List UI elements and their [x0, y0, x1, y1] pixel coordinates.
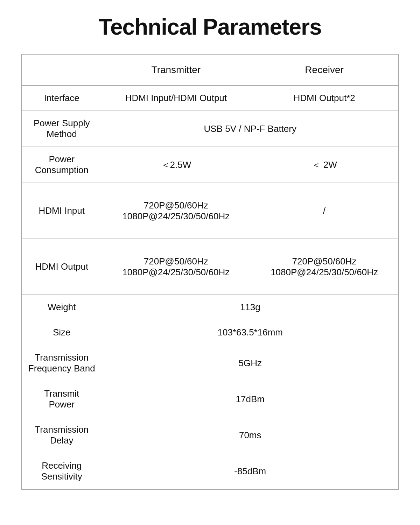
row-value-size: 103*63.5*16mm [102, 320, 399, 345]
table-row-transmission-frequency: TransmissionFrequency Band5GHz [21, 345, 399, 381]
row-value-power-supply: USB 5V / NP-F Battery [102, 111, 399, 147]
row-label-interface: Interface [21, 86, 102, 111]
row-transmitter-hdmi-output: 720P@50/60Hz1080P@24/25/30/50/60Hz [102, 239, 250, 295]
row-label-power-supply: Power SupplyMethod [21, 111, 102, 147]
header-receiver: Receiver [250, 54, 399, 86]
row-label-receiving-sensitivity: ReceivingSensitivity [21, 453, 102, 490]
table-row-hdmi-input: HDMI Input720P@50/60Hz1080P@24/25/30/50/… [21, 183, 399, 239]
row-label-transmission-frequency: TransmissionFrequency Band [21, 345, 102, 381]
table-row-power-supply: Power SupplyMethodUSB 5V / NP-F Battery [21, 111, 399, 147]
row-receiver-hdmi-input: / [250, 183, 399, 239]
page-title: Technical Parameters [99, 14, 322, 40]
table-row-weight: Weight113g [21, 295, 399, 320]
table-row-transmit-power: TransmitPower17dBm [21, 381, 399, 417]
row-transmitter-power-consumption: ＜2.5W [102, 147, 250, 183]
row-value-transmission-delay: 70ms [102, 417, 399, 453]
technical-parameters-table: Transmitter Receiver InterfaceHDMI Input… [21, 54, 399, 490]
row-label-weight: Weight [21, 295, 102, 320]
row-label-transmission-delay: TransmissionDelay [21, 417, 102, 453]
table-row-hdmi-output: HDMI Output720P@50/60Hz1080P@24/25/30/50… [21, 239, 399, 295]
row-value-transmission-frequency: 5GHz [102, 345, 399, 381]
table-row-size: Size103*63.5*16mm [21, 320, 399, 345]
table-row-transmission-delay: TransmissionDelay70ms [21, 417, 399, 453]
row-value-receiving-sensitivity: -85dBm [102, 453, 399, 490]
row-transmitter-hdmi-input: 720P@50/60Hz1080P@24/25/30/50/60Hz [102, 183, 250, 239]
row-label-transmit-power: TransmitPower [21, 381, 102, 417]
row-label-hdmi-input: HDMI Input [21, 183, 102, 239]
table-row-power-consumption: PowerConsumption＜2.5W＜ 2W [21, 147, 399, 183]
row-receiver-hdmi-output: 720P@50/60Hz1080P@24/25/30/50/60Hz [250, 239, 399, 295]
table-header-row: Transmitter Receiver [21, 54, 399, 86]
row-transmitter-interface: HDMI Input/HDMI Output [102, 86, 250, 111]
table-row-receiving-sensitivity: ReceivingSensitivity-85dBm [21, 453, 399, 490]
row-value-weight: 113g [102, 295, 399, 320]
row-label-hdmi-output: HDMI Output [21, 239, 102, 295]
table-row-interface: InterfaceHDMI Input/HDMI OutputHDMI Outp… [21, 86, 399, 111]
header-label-col [21, 54, 102, 86]
row-value-transmit-power: 17dBm [102, 381, 399, 417]
row-receiver-interface: HDMI Output*2 [250, 86, 399, 111]
row-label-power-consumption: PowerConsumption [21, 147, 102, 183]
row-receiver-power-consumption: ＜ 2W [250, 147, 399, 183]
row-label-size: Size [21, 320, 102, 345]
header-transmitter: Transmitter [102, 54, 250, 86]
